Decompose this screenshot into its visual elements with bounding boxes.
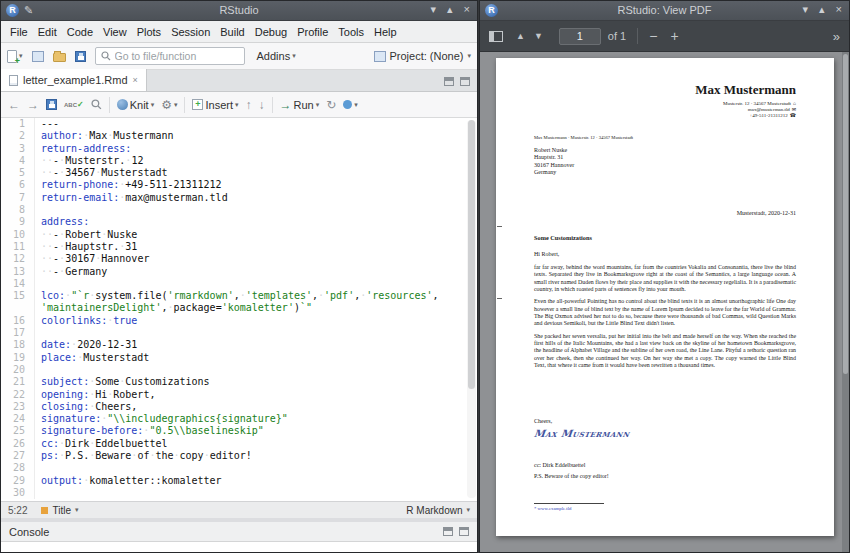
more-tools-icon[interactable]: »: [833, 29, 840, 44]
tab-letter-example1[interactable]: letter_example1.Rmd ×: [1, 69, 147, 91]
goto-file-search[interactable]: [95, 47, 245, 65]
minimize-button[interactable]: ▾: [803, 3, 809, 16]
project-selector[interactable]: Project: (None) ▾: [374, 50, 472, 62]
code-editor-lines: 1---2author:·Max·Mustermann3return-addre…: [1, 118, 477, 499]
titlebar[interactable]: R ✎ RStudio ▾ ▴ ×: [1, 1, 477, 21]
file-type-selector[interactable]: R Markdown ▾: [406, 505, 470, 516]
menu-item-edit[interactable]: Edit: [33, 23, 62, 41]
previous-chunk-button[interactable]: ↑: [246, 98, 252, 112]
document-options-button[interactable]: ⚙ ▾: [161, 98, 177, 112]
next-chunk-button[interactable]: ↓: [259, 98, 265, 112]
letter-recipient: Robert Nuske Hauptstr. 31 30167 Hannover…: [534, 147, 574, 177]
previous-page-button[interactable]: ▲: [516, 31, 525, 41]
editor-scrollbar[interactable]: [467, 120, 476, 498]
zoom-in-button[interactable]: +: [670, 28, 678, 44]
save-source-button[interactable]: [46, 99, 57, 110]
chevron-down-icon: ▾: [174, 101, 178, 109]
save-button[interactable]: [75, 51, 86, 62]
tab-close-icon[interactable]: ×: [133, 75, 138, 85]
console-pane: Console: [1, 522, 477, 552]
goto-file-input[interactable]: [115, 50, 235, 62]
minimize-pane-icon[interactable]: [443, 527, 453, 536]
menu-item-help[interactable]: Help: [369, 23, 402, 41]
search-icon: [101, 51, 111, 61]
editor-toolbar: ← → ABC✓ Knit ▾ ⚙ ▾ + Insert ▾ ↑ ↓ →: [1, 92, 477, 118]
new-project-button[interactable]: [32, 51, 44, 62]
maximize-button[interactable]: ▴: [819, 3, 825, 16]
footnote-rule: [534, 503, 604, 504]
new-project-icon: [32, 51, 44, 62]
chevron-down-icon: ▾: [466, 506, 470, 514]
minimize-pane-icon[interactable]: [444, 77, 454, 86]
chevron-down-icon: ▾: [75, 506, 79, 514]
letter-paragraph: far far away, behind the word mountains,…: [534, 264, 796, 293]
zoom-out-button[interactable]: −: [649, 28, 657, 44]
titlebar[interactable]: R RStudio: View PDF ▾ ▴ ×: [480, 1, 849, 21]
chevron-down-icon: ▾: [467, 52, 471, 60]
menu-item-session[interactable]: Session: [166, 23, 215, 41]
insert-chunk-button[interactable]: + Insert ▾: [192, 99, 238, 111]
chevron-down-icon: ▾: [151, 101, 155, 109]
editor-tabbar: letter_example1.Rmd ×: [1, 70, 477, 92]
new-file-button[interactable]: + ▾: [7, 50, 23, 63]
spellcheck-button[interactable]: ABC✓: [64, 100, 84, 109]
rerun-button[interactable]: ↻: [326, 98, 336, 112]
next-page-button[interactable]: ▼: [534, 31, 543, 41]
chevron-down-icon: ▾: [316, 101, 320, 109]
email-icon: ✉: [792, 107, 796, 112]
phone-icon: ☎: [790, 113, 796, 118]
divider: [184, 97, 185, 113]
new-file-icon: +: [7, 50, 17, 63]
rstudio-main-window: R ✎ RStudio ▾ ▴ × File Edit Code View Pl…: [0, 0, 478, 553]
find-replace-icon[interactable]: [91, 99, 102, 110]
menu-item-view[interactable]: View: [98, 23, 132, 41]
minimize-button[interactable]: ▾: [431, 3, 437, 16]
scrollbar-thumb[interactable]: [468, 120, 475, 389]
forward-button[interactable]: →: [27, 98, 39, 112]
open-folder-icon: [53, 53, 66, 62]
letter-footnote-link[interactable]: * www.example.tld: [534, 503, 604, 511]
section-navigator[interactable]: Title ▾: [41, 505, 78, 516]
menu-item-tools[interactable]: Tools: [333, 23, 369, 41]
menu-item-debug[interactable]: Debug: [250, 23, 292, 41]
pdf-viewport[interactable]: Max Mustermann Musterstr. 12 · 34567 Mus…: [480, 52, 849, 552]
tab-console[interactable]: Console: [9, 526, 49, 538]
menu-item-plots[interactable]: Plots: [132, 23, 166, 41]
toggle-sidebar-icon[interactable]: [489, 31, 503, 42]
maximize-pane-icon[interactable]: [460, 77, 470, 86]
maximize-pane-icon[interactable]: [459, 527, 469, 536]
tab-title: letter_example1.Rmd: [23, 74, 128, 86]
run-button[interactable]: → Run ▾: [280, 98, 320, 112]
close-button[interactable]: ×: [836, 3, 842, 16]
project-cube-icon: [374, 51, 386, 62]
window-title: RStudio: [1, 4, 477, 16]
letter-body: far far away, behind the word mountains,…: [534, 264, 796, 374]
maximize-button[interactable]: ▴: [447, 3, 453, 16]
menu-item-file[interactable]: File: [5, 23, 33, 41]
letter-subject: Some Customizations: [534, 234, 592, 241]
letter-ps: P.S. Beware of the copy editor!: [534, 473, 609, 479]
fold-mark: [497, 298, 502, 299]
window-title: RStudio: View PDF: [480, 4, 849, 16]
letter-closing: Cheers,: [534, 418, 552, 424]
open-file-button[interactable]: [53, 50, 66, 62]
publish-icon: [343, 100, 352, 109]
scrollbar-thumb[interactable]: [843, 54, 848, 374]
menu-item-profile[interactable]: Profile: [292, 23, 333, 41]
menu-item-build[interactable]: Build: [215, 23, 249, 41]
close-button[interactable]: ×: [464, 3, 470, 16]
menubar: File Edit Code View Plots Session Build …: [1, 21, 477, 43]
knit-yarn-icon: [117, 99, 128, 110]
rmd-file-icon: [9, 75, 18, 86]
page-total-label: of 1: [608, 30, 626, 42]
menu-item-code[interactable]: Code: [62, 23, 98, 41]
pdf-scrollbar[interactable]: [842, 52, 849, 552]
page-number-input[interactable]: [559, 28, 601, 45]
letter-paragraph: She packed her seven versalia, put her i…: [534, 333, 796, 370]
code-editor[interactable]: 1---2author:·Max·Mustermann3return-addre…: [1, 118, 477, 501]
letter-dateline: Musterstadt, 2020-12-31: [737, 210, 796, 216]
knit-button[interactable]: Knit ▾: [117, 99, 154, 111]
back-button[interactable]: ←: [8, 98, 20, 112]
publish-button[interactable]: ▾: [343, 100, 358, 109]
addins-button[interactable]: Addins ▾: [257, 50, 296, 62]
